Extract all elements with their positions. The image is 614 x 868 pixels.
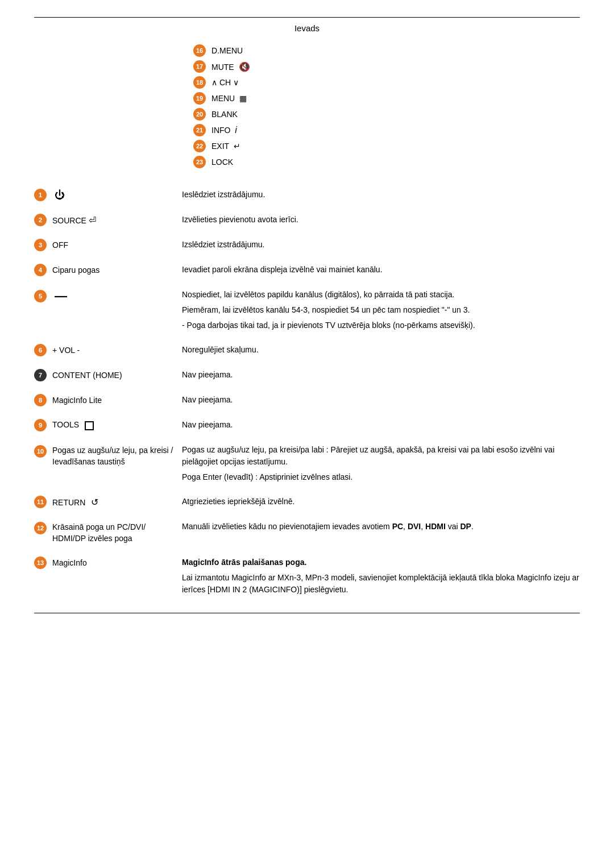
magicinfo-bold: MagicInfo ātrās palaišanas poga. [182, 558, 306, 567]
item-desc-4: Ievadiet paroli ekrāna displeja izvēlnē … [182, 264, 580, 276]
item-desc-3-p1: Izslēdziet izstrādājumu. [182, 239, 580, 251]
item-desc-2: Izvēlieties pievienotu avota ierīci. [182, 214, 580, 226]
item-desc-3: Izslēdziet izstrādājumu. [182, 239, 580, 251]
item-desc-10: Pogas uz augšu/uz leju, pa kreisi/pa lab… [182, 444, 580, 483]
menu-icon: ▦ [239, 94, 247, 103]
item-row-8: 8 MagicInfo Lite Nav pieejama. [34, 394, 580, 406]
item-desc-7: Nav pieejama. [182, 369, 580, 381]
item-row-11: 11 RETURN ↺ Atgriezieties iepriekšējā iz… [34, 496, 580, 508]
bold-dvi: DVI [408, 522, 421, 531]
tools-icon [85, 421, 94, 430]
item-desc-8-p1: Nav pieejama. [182, 394, 580, 406]
icon-row-16: 16 D.MENU [193, 44, 243, 57]
return-icon: ↺ [91, 497, 98, 507]
item-desc-8: Nav pieejama. [182, 394, 580, 406]
item-row-7: 7 CONTENT (HOME) Nav pieejama. [34, 369, 580, 381]
item-desc-4-p1: Ievadiet paroli ekrāna displeja izvēlnē … [182, 264, 580, 276]
badge-17: 17 [193, 60, 206, 73]
badge-11: 11 [34, 496, 47, 508]
item-desc-10-p1: Pogas uz augšu/uz leju, pa kreisi/pa lab… [182, 444, 580, 468]
item-label-5: 5 — [34, 289, 182, 304]
label-mute: MUTE 🔇 [211, 61, 250, 72]
item-row-13: 13 MagicInfo MagicInfo ātrās palaišanas … [34, 556, 580, 596]
item-desc-10-p2: Poga Enter (Ievadīt) : Apstipriniet izvē… [182, 471, 580, 483]
top-icon-list: 16 D.MENU 17 MUTE 🔇 18 ∧ CH ∨ 19 MENU ▦ … [193, 44, 580, 172]
item-row-6: 6 + VOL - Noregulējiet skaļumu. [34, 344, 580, 356]
item-desc-5-p1: Nospiediet, lai izvēlētos papildu kanālu… [182, 289, 580, 301]
ciparu-label: Ciparu pogas [52, 265, 99, 275]
icon-row-18: 18 ∧ CH ∨ [193, 76, 239, 89]
off-label: OFF [52, 240, 68, 250]
item-label-8: 8 MagicInfo Lite [34, 394, 182, 406]
badge-13: 13 [34, 556, 47, 569]
item-desc-11: Atgriezieties iepriekšējā izvēlnē. [182, 496, 580, 508]
mute-icon: 🔇 [239, 62, 250, 72]
source-label: SOURCE ⏎ [52, 215, 96, 226]
badge-21: 21 [193, 124, 206, 136]
return-label: RETURN ↺ [52, 497, 98, 508]
item-label-13: 13 MagicInfo [34, 556, 182, 569]
page-title: Ievads [34, 23, 580, 33]
badge-8: 8 [34, 394, 47, 406]
item-desc-6: Noregulējiet skaļumu. [182, 344, 580, 356]
badge-10: 10 [34, 445, 47, 458]
item-row-3: 3 OFF Izslēdziet izstrādājumu. [34, 239, 580, 251]
label-dmenu: D.MENU [211, 46, 243, 55]
icon-row-23: 23 LOCK [193, 156, 233, 168]
tools-label: TOOLS [52, 420, 94, 430]
icon-row-22: 22 EXIT ↵ [193, 140, 240, 152]
item-row-1: 1 ⏻ Ieslēdziet izstrādājumu. [34, 189, 580, 201]
item-label-4: 4 Ciparu pogas [34, 264, 182, 276]
item-label-3: 3 OFF [34, 239, 182, 251]
item-desc-12-p1: Manuāli izvēlieties kādu no pievienotaji… [182, 521, 580, 533]
top-rule [34, 17, 580, 18]
item-desc-9-p1: Nav pieejama. [182, 419, 580, 431]
badge-22: 22 [193, 140, 206, 152]
badge-3: 3 [34, 239, 47, 251]
item-label-2: 2 SOURCE ⏎ [34, 214, 182, 226]
badge-23: 23 [193, 156, 206, 168]
badge-19: 19 [193, 92, 206, 105]
item-row-12: 12 Krāsainā poga un PC/DVI/ HDMI/DP izvē… [34, 521, 580, 544]
item-desc-13-p2: Lai izmantotu MagicInfo ar MXn-3, MPn-3 … [182, 572, 580, 596]
label-ch: ∧ CH ∨ [211, 78, 239, 87]
item-label-6: 6 + VOL - [34, 344, 182, 356]
magicinfo-lite-label: MagicInfo Lite [52, 396, 102, 405]
label-menu: MENU ▦ [211, 94, 247, 103]
label-info: INFO i [211, 125, 237, 135]
item-row-4: 4 Ciparu pogas Ievadiet paroli ekrāna di… [34, 264, 580, 276]
exit-icon: ↵ [234, 142, 240, 151]
vol-label: + VOL - [52, 346, 80, 355]
icon-row-20: 20 BLANK [193, 108, 238, 121]
item-desc-5: Nospiediet, lai izvēlētos papildu kanālu… [182, 289, 580, 331]
item-label-7: 7 CONTENT (HOME) [34, 369, 182, 381]
main-content: 1 ⏻ Ieslēdziet izstrādājumu. 2 SOURCE ⏎ … [34, 189, 580, 596]
item-label-9: 9 TOOLS [34, 419, 182, 431]
item-desc-7-p1: Nav pieejama. [182, 369, 580, 381]
dash-symbol: — [55, 289, 67, 304]
badge-20: 20 [193, 108, 206, 121]
item-row-2: 2 SOURCE ⏎ Izvēlieties pievienotu avota … [34, 214, 580, 226]
item-desc-6-p1: Noregulējiet skaļumu. [182, 344, 580, 356]
item-desc-13: MagicInfo ātrās palaišanas poga. Lai izm… [182, 556, 580, 596]
bold-dp: DP [460, 522, 471, 531]
item-label-1: 1 ⏻ [34, 189, 182, 201]
label-exit: EXIT ↵ [211, 142, 240, 151]
item-desc-11-p1: Atgriezieties iepriekšējā izvēlnē. [182, 496, 580, 508]
info-icon: i [235, 125, 237, 135]
item-label-12: 12 Krāsainā poga un PC/DVI/ HDMI/DP izvē… [34, 521, 182, 544]
item-desc-1-p1: Ieslēdziet izstrādājumu. [182, 189, 580, 201]
badge-16: 16 [193, 44, 206, 57]
item-desc-2-p1: Izvēlieties pievienotu avota ierīci. [182, 214, 580, 226]
item-desc-9: Nav pieejama. [182, 419, 580, 431]
badge-18: 18 [193, 76, 206, 89]
page: Ievads 16 D.MENU 17 MUTE 🔇 18 ∧ CH ∨ 19 … [0, 0, 614, 868]
label-lock: LOCK [211, 157, 233, 167]
power-icon: ⏻ [55, 189, 65, 201]
color-btn-label: Krāsainā poga un PC/DVI/ HDMI/DP izvēles… [52, 522, 176, 544]
item-label-11: 11 RETURN ↺ [34, 496, 182, 508]
item-desc-5-p2: Piemēram, lai izvēlētos kanālu 54-3, nos… [182, 304, 580, 316]
item-row-5: 5 — Nospiediet, lai izvēlētos papildu ka… [34, 289, 580, 331]
label-blank: BLANK [211, 110, 238, 119]
item-desc-5-p3: - Poga darbojas tikai tad, ja ir pievien… [182, 319, 580, 331]
